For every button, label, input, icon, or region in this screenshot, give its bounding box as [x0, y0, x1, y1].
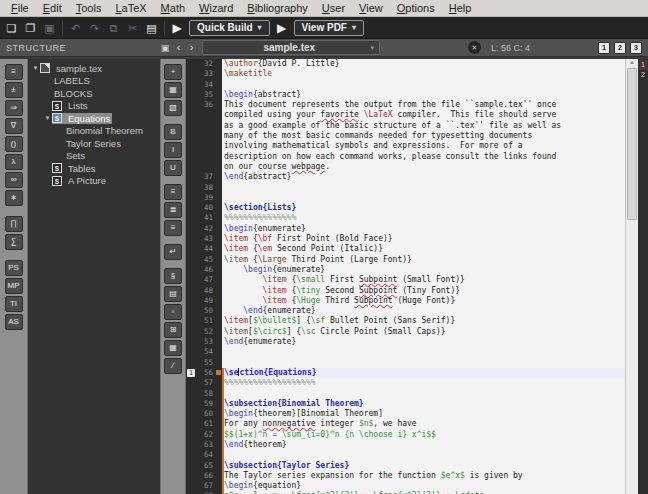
sum-symbol-icon[interactable]: ∑	[5, 234, 23, 250]
code-row[interactable]: 41%%%%%%%%%%%%%%%	[186, 213, 625, 223]
description-list-icon[interactable]: ≡	[164, 220, 182, 236]
code-row[interactable]: 32\author{David P. Little}	[186, 59, 625, 69]
code-row[interactable]: on our course webpage.	[186, 162, 625, 172]
gutter[interactable]: 48	[186, 286, 222, 296]
quick-build-dropdown[interactable]: Quick Build ▾	[189, 20, 270, 36]
code-row[interactable]: 55	[186, 358, 625, 368]
metapost-icon[interactable]: MP	[5, 278, 23, 294]
code-row[interactable]: 35\begin{abstract}	[186, 90, 625, 100]
gutter[interactable]: 64	[186, 450, 222, 460]
code-row[interactable]: 62$$(1+x)^n = \sum_{i=0}^n {n \choose i}…	[186, 430, 625, 440]
scroll-up-icon[interactable]: ▲	[626, 59, 638, 65]
section-icon[interactable]: §	[164, 268, 182, 284]
previous-document-icon[interactable]: ‹	[172, 41, 185, 55]
gutter[interactable]: 67	[186, 481, 222, 491]
code-row[interactable]: 54	[186, 347, 625, 357]
bookmark-3-icon[interactable]: 3	[630, 42, 642, 54]
code-row[interactable]: 49 \item {\Huge Third Subpoint (Huge Fon…	[186, 296, 625, 306]
code-row[interactable]: 38	[186, 183, 625, 193]
code-row-current[interactable]: 156\section{Equations}	[186, 368, 625, 378]
run-view-pdf-icon[interactable]: ▶	[273, 19, 291, 37]
code-row[interactable]: 42\begin{enumerate}	[186, 224, 625, 234]
gutter[interactable]	[186, 131, 222, 141]
code-row[interactable]: 37\end{abstract}	[186, 172, 625, 182]
menu-options[interactable]: Options	[390, 2, 442, 14]
code-row[interactable]: 45\item {\Large Third Point (Large Font)…	[186, 255, 625, 265]
tabular-icon[interactable]: ⊞	[164, 322, 182, 338]
code-row[interactable]: 67\begin{equation}	[186, 481, 625, 491]
code-row[interactable]: 39	[186, 193, 625, 203]
gutter[interactable]: 35	[186, 90, 222, 100]
code-row[interactable]: 50 \end{enumerate}	[186, 306, 625, 316]
menu-file[interactable]: File	[4, 2, 36, 14]
gutter[interactable]: 34	[186, 80, 222, 90]
gutter[interactable]: 51	[186, 316, 222, 326]
code-row[interactable]: compiled using your favorite \LaTeX comp…	[186, 110, 625, 120]
gutter[interactable]: 65	[186, 461, 222, 471]
gutter[interactable]: 66	[186, 471, 222, 481]
open-file-icon[interactable]: ❐	[21, 19, 40, 37]
code-row[interactable]: 63\end{theorem}	[186, 440, 625, 450]
gutter[interactable]: 58	[186, 389, 222, 399]
menu-wizard[interactable]: Wizard	[192, 2, 240, 14]
close-document-icon[interactable]: ✕	[468, 41, 481, 54]
gutter[interactable]: 38	[186, 183, 222, 193]
gutter[interactable]: 40	[186, 203, 222, 213]
include-file-icon[interactable]: ▫	[164, 304, 182, 320]
menu-latex[interactable]: LaTeX	[108, 2, 153, 14]
infinity-symbols-icon[interactable]: ∞	[5, 172, 23, 188]
code-row[interactable]: 61For any nonnegative integer $n$, we ha…	[186, 419, 625, 429]
code-row[interactable]: 58	[186, 389, 625, 399]
gutter[interactable]: 47	[186, 275, 222, 285]
includegraphics-icon[interactable]: ▤	[164, 286, 182, 302]
tree-item-taylor-series[interactable]: Taylor Series	[28, 137, 160, 150]
gutter[interactable]	[186, 110, 222, 120]
expander-icon[interactable]: ▾	[31, 64, 40, 72]
right-rail-badge-1[interactable]: 1	[639, 60, 648, 70]
edit-document-icon[interactable]: ▣	[158, 41, 172, 55]
gutter[interactable]: 45	[186, 255, 222, 265]
structure-panel-icon[interactable]: ≡	[5, 64, 23, 80]
picture-icon[interactable]: ▧	[164, 100, 182, 116]
menu-user[interactable]: User	[315, 2, 352, 14]
bookmark-1-icon[interactable]: 1	[598, 42, 610, 54]
misc-symbols-icon[interactable]: ∇	[5, 118, 23, 134]
expander-icon[interactable]: ▾	[43, 114, 52, 122]
gutter[interactable]: 39	[186, 193, 222, 203]
paste-icon[interactable]: ▤	[142, 19, 161, 37]
scrollbar-thumb[interactable]	[627, 68, 637, 220]
newline-icon[interactable]: ↵	[164, 244, 182, 260]
code-row[interactable]: 60\begin{theorem}[Binomial Theorem]	[186, 409, 625, 419]
bookmark-2-icon[interactable]: 2	[614, 42, 626, 54]
gutter[interactable]: 156	[186, 368, 222, 378]
delimiters-icon[interactable]: ()	[5, 136, 23, 152]
gutter[interactable]: 46	[186, 265, 222, 275]
gutter[interactable]: 55	[186, 358, 222, 368]
code-row[interactable]: 33\maketitle	[186, 69, 625, 79]
tree-item-a-picture[interactable]: SA Picture	[28, 175, 160, 188]
greek-letters-icon[interactable]: λ	[5, 154, 23, 170]
menu-bibliography[interactable]: Bibliography	[240, 2, 315, 14]
tab-sample-tex[interactable]: sample.tex ▾	[202, 40, 380, 55]
gutter[interactable]: 32	[186, 59, 222, 69]
gutter[interactable]: 36	[186, 100, 222, 110]
code-row[interactable]: 53\end{enumerate}	[186, 337, 625, 347]
gutter[interactable]	[186, 121, 222, 131]
code-row[interactable]: 47 \item {\small First Subpoint (Small F…	[186, 275, 625, 285]
code-row[interactable]: 65\subsection{Taylor Series}	[186, 461, 625, 471]
right-rail-badge-2[interactable]: 2	[639, 70, 648, 80]
code-row[interactable]: 44\item {\em Second Point (Italic)}	[186, 244, 625, 254]
tikz-icon[interactable]: TI	[5, 296, 23, 312]
code-row[interactable]: 66The Taylor series expansion for the fu…	[186, 471, 625, 481]
gutter[interactable]: 62	[186, 430, 222, 440]
tree-item-equations[interactable]: ▾SEquations	[28, 112, 160, 125]
code-row[interactable]: 34	[186, 80, 625, 90]
gutter[interactable]: 59	[186, 399, 222, 409]
enumerate-list-icon[interactable]: ≣	[164, 202, 182, 218]
gutter[interactable]: 52	[186, 327, 222, 337]
menu-view[interactable]: View	[352, 2, 390, 14]
code-row[interactable]: 59\subsection{Binomial Theorem}	[186, 399, 625, 409]
center-environment-icon[interactable]: +	[164, 64, 182, 80]
underline-icon[interactable]: U	[164, 160, 182, 176]
code-editor[interactable]: 32\author{David P. Little}33\maketitle34…	[186, 59, 625, 494]
